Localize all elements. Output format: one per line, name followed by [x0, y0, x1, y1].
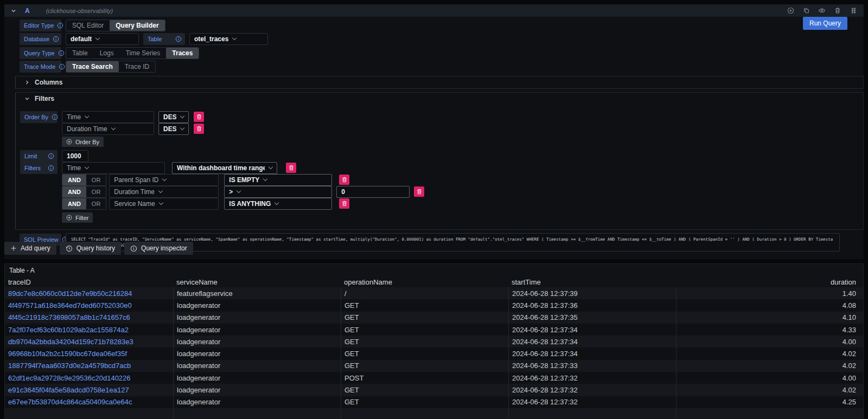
or-option[interactable]: OR	[86, 186, 106, 197]
trash-icon	[196, 114, 202, 120]
help-icon[interactable]	[787, 7, 794, 15]
info-icon[interactable]	[59, 63, 65, 70]
column-header-starttime[interactable]: startTime	[508, 278, 676, 286]
table-cell: 2024-06-28 12:37:34	[508, 336, 676, 347]
info-icon[interactable]	[175, 36, 182, 42]
tab-sql-editor[interactable]: SQL Editor	[66, 20, 110, 31]
condition-operator-select[interactable]: IS ANYTHING	[224, 198, 332, 210]
info-icon[interactable]	[53, 36, 59, 42]
table-cell: loadgenerator	[173, 336, 341, 347]
table-label: Table	[148, 36, 162, 42]
trace-id-link[interactable]: 4f45c21918c73698057a8b1c741657c6	[5, 313, 173, 321]
order-by-field-select[interactable]: Time	[62, 111, 154, 123]
tab-query-builder[interactable]: Query Builder	[110, 20, 164, 31]
run-query-button[interactable]: Run Query	[803, 17, 847, 30]
info-icon[interactable]	[52, 114, 58, 120]
filter-condition-row: AND OR Duration Time >	[62, 186, 863, 197]
info-icon[interactable]	[48, 165, 54, 171]
column-header-operationname[interactable]: operationName	[341, 278, 508, 286]
table-cell: 4.02	[676, 360, 863, 372]
add-filter-button[interactable]: Filter	[62, 212, 93, 223]
editor-type-segmented: SQL Editor Query Builder	[66, 20, 165, 31]
remove-filter-button[interactable]	[286, 163, 296, 173]
database-select[interactable]: default	[66, 33, 139, 45]
info-icon[interactable]	[48, 153, 54, 159]
tab-trace-id[interactable]: Trace ID	[119, 61, 156, 72]
or-option[interactable]: OR	[86, 175, 106, 185]
table-row: e91c3645f04fa5e58adcd0758e1ea127loadgene…	[5, 384, 863, 396]
remove-query-icon[interactable]	[834, 7, 841, 15]
tab-table[interactable]: Table	[66, 48, 94, 59]
hide-response-icon[interactable]	[818, 7, 826, 15]
trace-id-link[interactable]: 4f497571a618e364ed7ded60752030e0	[5, 301, 173, 310]
drag-handle-icon[interactable]	[850, 7, 857, 15]
chevron-down-icon	[85, 164, 89, 169]
trace-id-link[interactable]: 62df1ec9a29728c9e29536c20d140226	[5, 374, 173, 382]
limit-input[interactable]	[62, 150, 88, 162]
table-cell: POST	[341, 372, 508, 384]
tab-trace-search[interactable]: Trace Search	[66, 61, 119, 72]
condition-operator-select[interactable]: >	[224, 186, 332, 198]
or-option[interactable]: OR	[86, 198, 106, 209]
filters-section-header[interactable]: Filters	[16, 93, 863, 105]
remove-order-by-button[interactable]	[194, 124, 204, 134]
columns-section-header[interactable]: Columns	[16, 76, 863, 88]
tab-time-series[interactable]: Time Series	[120, 48, 167, 59]
order-by-field-select[interactable]: Duration Time	[62, 123, 154, 135]
table-select[interactable]: otel_traces	[189, 33, 268, 45]
tab-logs[interactable]: Logs	[94, 48, 120, 59]
condition-value-input[interactable]	[336, 186, 410, 198]
info-icon[interactable]	[57, 22, 63, 29]
table-cell: 4.00	[676, 336, 863, 347]
filters-label: Filters	[24, 165, 41, 171]
column-header-duration[interactable]: duration	[676, 278, 863, 286]
filter-operator-select[interactable]: Within dashboard time range	[172, 162, 277, 174]
info-circle-icon	[130, 245, 137, 252]
query-inspector-button[interactable]: Query inspector	[124, 242, 193, 255]
remove-condition-button[interactable]	[414, 186, 424, 197]
trace-id-link[interactable]: db9704a2bbda34204d159c71b78283e3	[5, 338, 173, 346]
remove-condition-button[interactable]	[339, 198, 349, 209]
column-header-servicename[interactable]: serviceName	[173, 278, 341, 286]
order-by-direction-select[interactable]: DESC	[158, 111, 189, 123]
remove-condition-button[interactable]	[339, 175, 349, 185]
panel-title[interactable]: Table - A	[5, 264, 863, 276]
trace-id-link[interactable]: 7a2f07ecf63c60b1029ab2ac155874a2	[5, 326, 173, 334]
condition-field-select[interactable]: Service Name	[109, 198, 219, 210]
collapse-chevron-icon[interactable]	[11, 8, 16, 14]
duplicate-icon[interactable]	[802, 7, 810, 15]
trace-mode-label: Trace Mode	[24, 63, 55, 70]
chevron-down-icon	[232, 36, 237, 40]
and-option[interactable]: AND	[62, 198, 86, 209]
filter-field-value: Time	[67, 164, 81, 172]
remove-order-by-button[interactable]	[194, 112, 204, 122]
table-cell: loadgenerator	[173, 396, 341, 408]
trace-id-link[interactable]: 96968b10fa2b2c1590bc67dea06ef35f	[5, 350, 173, 358]
results-table-body: 89dc7e8c6060c0d12de7e9b50c216284featuref…	[5, 287, 863, 419]
trace-id-link[interactable]: e91c3645f04fa5e58adcd0758e1ea127	[5, 386, 173, 394]
filter-operator-value: Within dashboard time range	[177, 164, 265, 172]
table-panel: Table - A traceID serviceName operationN…	[4, 263, 864, 419]
add-order-by-button[interactable]: Order By	[62, 137, 104, 147]
table-cell: 4.08	[676, 299, 863, 311]
condition-field-select[interactable]: Parent Span ID	[109, 174, 219, 186]
add-query-button[interactable]: Add query	[4, 242, 56, 255]
tab-traces[interactable]: Traces	[166, 48, 199, 59]
chevron-down-icon	[85, 113, 89, 118]
condition-operator-select[interactable]: IS EMPTY	[224, 174, 332, 186]
chevron-down-icon	[269, 164, 273, 169]
trace-id-link[interactable]: e67ee7b53870d4c864ca50409ca0e64c	[5, 398, 173, 406]
trace-id-link[interactable]: 89dc7e8c6060c0d12de7e9b50c216284	[5, 289, 173, 298]
condition-operator-value: >	[229, 188, 233, 196]
order-by-direction-select[interactable]: DESC	[158, 123, 189, 135]
condition-field-select[interactable]: Duration Time	[109, 186, 219, 198]
query-history-button[interactable]: Query history	[60, 242, 121, 255]
and-option[interactable]: AND	[62, 186, 86, 197]
info-icon[interactable]	[58, 50, 65, 56]
table-cell: 2024-06-28 12:37:32	[508, 396, 676, 408]
filter-field-select[interactable]: Time	[62, 162, 165, 174]
and-option[interactable]: AND	[62, 175, 86, 185]
trace-id-link[interactable]: 1887794f7eaa6037d0e2a4579bcd7acb	[5, 362, 173, 370]
table-cell	[508, 408, 676, 419]
column-header-traceid[interactable]: traceID	[5, 278, 173, 286]
